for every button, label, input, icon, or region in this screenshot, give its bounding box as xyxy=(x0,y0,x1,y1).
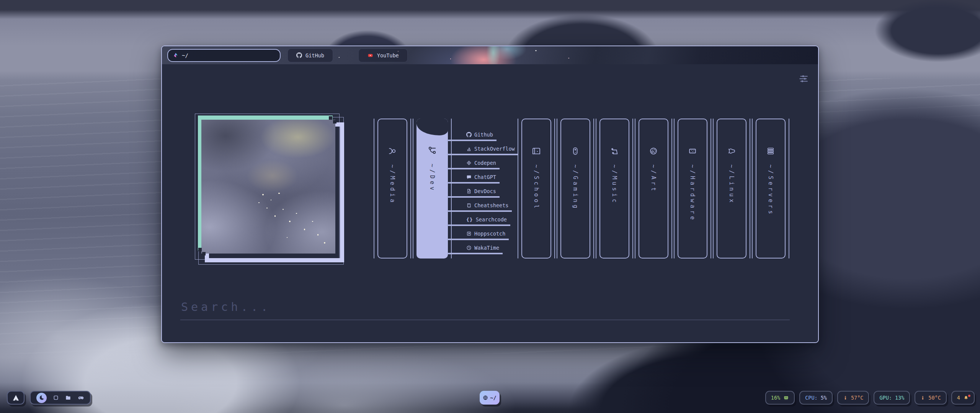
status-widgets: 16% CPU: 5% 57°C GPU: xyxy=(765,391,975,405)
firefox-active-app[interactable] xyxy=(36,393,47,403)
book-label: ~/Hardware xyxy=(689,164,696,222)
folder-icon[interactable] xyxy=(65,395,71,401)
dev-link-chatgpt[interactable]: ChatGPT xyxy=(447,174,500,184)
book-music[interactable]: ~/Music xyxy=(599,119,629,259)
active-workspace-button[interactable]: ~/ xyxy=(480,391,500,405)
gamepad-app-icon[interactable] xyxy=(78,395,84,401)
github-icon xyxy=(466,132,472,137)
book-wrap-media: ~/Media xyxy=(374,119,411,259)
arch-logo-icon xyxy=(12,394,20,402)
gpu-label: GPU: xyxy=(879,395,892,401)
book-label: ~/Servers xyxy=(767,164,774,216)
dev-link-searchcode[interactable]: {} Searchcode xyxy=(447,216,510,226)
dev-link-github[interactable]: Github xyxy=(447,132,497,141)
shelf-divider xyxy=(635,119,635,259)
shelf-divider xyxy=(593,119,594,259)
git-branch-icon xyxy=(428,146,436,154)
book-gaming[interactable]: ~/Gaming xyxy=(560,119,590,259)
dev-link-label: StackOverflow xyxy=(474,146,515,152)
book-dev-open[interactable]: ~/Dev xyxy=(416,119,448,259)
launcher-button[interactable] xyxy=(7,391,24,405)
frame-corner-handle xyxy=(329,116,332,120)
school-book-icon xyxy=(532,147,541,155)
ram-chip-icon xyxy=(783,395,789,401)
desktop: ~/ GitHub YouTube xyxy=(0,0,980,413)
ram-value: 16% xyxy=(771,395,780,401)
cpu-usage-widget[interactable]: CPU: 5% xyxy=(799,391,833,405)
ram-usage-widget[interactable]: 16% xyxy=(765,391,795,405)
frame-corner-handle xyxy=(333,120,336,124)
cloud-artwork-image xyxy=(201,120,335,254)
cpu-value: 5% xyxy=(821,395,827,401)
book-art[interactable]: ~/Art xyxy=(639,119,668,259)
dev-link-codepen[interactable]: Codepen xyxy=(447,160,500,169)
book-media[interactable]: ~/Media xyxy=(377,119,407,259)
chat-bubble-icon xyxy=(466,174,472,180)
book-wrap-hardware: ~/Hardware xyxy=(674,119,711,259)
shelf-divider xyxy=(750,119,750,259)
browser-window: ~/ GitHub YouTube xyxy=(161,46,819,343)
book-linux[interactable]: ~/Linux xyxy=(717,119,746,259)
active-workspace-label: ~/ xyxy=(490,395,496,401)
dev-link-label: Searchcode xyxy=(476,216,507,223)
notifications-widget[interactable]: 4 xyxy=(951,391,975,405)
thermometer-icon xyxy=(920,395,925,401)
gpu-usage-widget[interactable]: GPU: 13% xyxy=(874,391,910,405)
gpu-temp-value: 50°C xyxy=(928,395,941,401)
dev-link-label: ChatGPT xyxy=(474,174,496,180)
globe-icon xyxy=(483,395,488,400)
book-label: ~/Music xyxy=(611,164,618,205)
shelf-divider xyxy=(557,119,557,259)
server-rack-icon xyxy=(766,147,775,155)
book-school[interactable]: ~/School xyxy=(521,119,551,259)
settings-sliders-icon[interactable] xyxy=(798,75,808,83)
book-label: ~/Linux xyxy=(728,164,735,205)
github-icon xyxy=(296,52,302,58)
book-label: ~/Media xyxy=(389,164,396,205)
shelf-divider xyxy=(671,119,672,259)
book-label: ~/Dev xyxy=(429,164,436,192)
dev-link-wakatime[interactable]: WakaTime xyxy=(447,245,503,254)
book-servers[interactable]: ~/Servers xyxy=(756,119,786,259)
cpu-temp-widget[interactable]: 57°C xyxy=(837,391,869,405)
gamepad-icon xyxy=(571,147,580,155)
window-app-icon[interactable] xyxy=(53,395,59,400)
dev-link-label: Github xyxy=(474,132,493,138)
book-page-notch xyxy=(416,119,448,135)
shelf-divider xyxy=(632,119,633,259)
book-wrap-servers: ~/Servers xyxy=(752,119,789,259)
shelf-divider xyxy=(410,119,411,259)
browser-logo-icon xyxy=(173,52,179,59)
youtube-icon xyxy=(367,53,374,58)
gpu-temp-widget[interactable]: 50°C xyxy=(915,391,947,405)
dev-link-hoppscotch[interactable]: Hoppscotch xyxy=(447,231,509,240)
gpu-value: 13% xyxy=(895,395,904,401)
search-input[interactable] xyxy=(180,300,790,320)
tux-icon xyxy=(727,147,736,155)
music-note-icon xyxy=(610,147,619,155)
dev-link-label: Cheatsheets xyxy=(474,202,508,208)
tab-github[interactable]: GitHub xyxy=(287,49,333,62)
tab-youtube[interactable]: YouTube xyxy=(358,49,408,62)
cpu-temp-value: 57°C xyxy=(851,395,864,401)
shelf-divider xyxy=(413,119,413,259)
dev-link-cheatsheets[interactable]: Cheatsheets xyxy=(447,202,512,212)
book-label: ~/Gaming xyxy=(572,164,579,210)
user-media-icon xyxy=(388,147,397,155)
frame-corner-handle xyxy=(202,252,206,255)
book-wrap-art: ~/Art xyxy=(635,119,672,259)
book-wrap-gaming: ~/Gaming xyxy=(557,119,594,259)
taskbar-apps-group xyxy=(30,391,91,405)
shelf-divider xyxy=(789,119,789,259)
album-art-frame xyxy=(195,114,347,267)
shelf-divider xyxy=(674,119,675,259)
clock-icon xyxy=(466,245,472,250)
book-hardware[interactable]: ~/Hardware xyxy=(678,119,707,259)
dev-link-stackoverflow[interactable]: StackOverflow xyxy=(447,146,518,155)
box-arrow-icon xyxy=(466,231,472,236)
document-icon xyxy=(466,189,472,194)
bookshelf: ~/Media ~/Dev xyxy=(374,119,791,259)
dev-link-devdocs[interactable]: DevDocs xyxy=(447,188,500,198)
url-bar[interactable]: ~/ xyxy=(167,49,281,62)
shelf-divider xyxy=(554,119,555,259)
